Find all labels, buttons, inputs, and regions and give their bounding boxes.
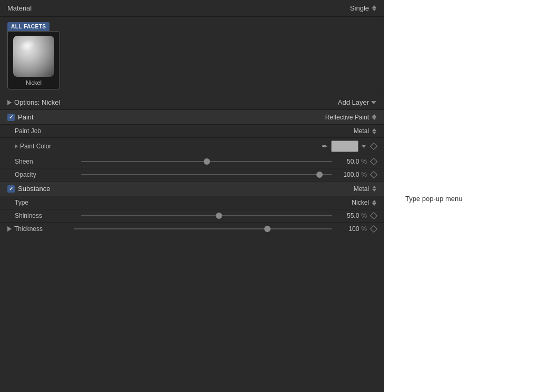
opacity-slider[interactable]	[78, 174, 335, 175]
substance-section-title: Substance	[18, 185, 50, 193]
paint-section-header[interactable]: Paint Reflective Paint	[0, 110, 384, 125]
shininess-slider[interactable]	[78, 215, 335, 216]
mode-up-arrow[interactable]	[372, 5, 376, 8]
thickness-slider[interactable]	[71, 228, 335, 229]
substance-type-down[interactable]	[372, 189, 376, 192]
paint-checkbox[interactable]	[7, 114, 15, 121]
sheen-value: 50.0	[347, 158, 359, 165]
opacity-row: Opacity 100.0 %	[0, 168, 384, 182]
shininess-label: Shininess	[15, 212, 78, 219]
thickness-triangle-icon[interactable]	[7, 226, 12, 232]
opacity-track[interactable]	[81, 174, 332, 175]
paint-color-swatch[interactable]	[331, 140, 358, 152]
material-card[interactable]: Nickel	[7, 31, 60, 89]
material-name: Nickel	[26, 79, 42, 86]
paint-job-up[interactable]	[372, 128, 376, 131]
options-triangle-icon	[7, 100, 12, 105]
paint-section-left: Paint	[7, 113, 34, 121]
annotation-label: Type pop-up menu	[405, 195, 462, 203]
add-layer-chevron-icon	[371, 101, 376, 104]
type-value: Nickel	[352, 199, 369, 206]
paint-type-stepper[interactable]	[372, 114, 376, 120]
substance-type-value: Metal	[354, 185, 369, 193]
thickness-thumb[interactable]	[264, 226, 271, 232]
sheen-thumb[interactable]	[204, 158, 210, 165]
shininess-unit: %	[361, 212, 367, 219]
sheen-value-area: 50.0 %	[340, 158, 376, 165]
thickness-track[interactable]	[74, 228, 332, 229]
paint-job-label: Paint Job	[15, 127, 78, 135]
opacity-value-area: 100.0 %	[340, 171, 376, 178]
material-preview	[13, 36, 54, 77]
type-stepper[interactable]	[372, 200, 376, 206]
type-up[interactable]	[372, 200, 376, 203]
annotation-area: Type pop-up menu	[384, 0, 549, 392]
paint-color-controls: ✒	[322, 140, 376, 152]
thickness-label: Thickness	[14, 225, 43, 233]
options-label: Options: Nickel	[14, 98, 60, 106]
paint-type-up[interactable]	[372, 114, 376, 117]
type-down[interactable]	[372, 203, 376, 206]
add-layer-label: Add Layer	[338, 98, 369, 106]
sheen-unit: %	[361, 158, 367, 165]
shininess-track[interactable]	[81, 215, 332, 216]
sheen-diamond-icon[interactable]	[370, 158, 377, 165]
shininess-value-area: 55.0 %	[340, 212, 376, 219]
paint-color-chevron-icon[interactable]	[362, 145, 366, 148]
facets-area: ALL FACETS Nickel	[0, 17, 384, 95]
options-toggle[interactable]: Options: Nickel	[7, 98, 60, 106]
type-selector[interactable]: Nickel	[352, 199, 376, 206]
opacity-value: 100.0	[343, 171, 359, 178]
panel-header: Material Single	[0, 0, 384, 17]
sheen-slider[interactable]	[78, 161, 335, 162]
substance-section-header[interactable]: Substance Metal	[0, 182, 384, 196]
paint-type-selector[interactable]: Reflective Paint	[325, 114, 376, 121]
opacity-diamond-icon[interactable]	[370, 171, 377, 178]
substance-section-left: Substance	[7, 185, 50, 193]
shininess-diamond-icon[interactable]	[370, 212, 377, 219]
type-label: Type	[15, 199, 78, 206]
paint-job-row: Paint Job Metal	[0, 125, 384, 138]
paint-section-title: Paint	[18, 113, 34, 121]
opacity-thumb[interactable]	[316, 172, 323, 178]
sheen-label: Sheen	[15, 158, 78, 165]
substance-type-stepper[interactable]	[372, 186, 376, 192]
thickness-row: Thickness 100 %	[0, 223, 384, 235]
substance-type-selector[interactable]: Metal	[354, 185, 376, 193]
mode-selector[interactable]: Single	[350, 4, 376, 12]
paint-color-label: Paint Color	[20, 143, 51, 150]
paint-job-stepper[interactable]	[372, 128, 376, 134]
paint-color-diamond-icon[interactable]	[370, 143, 377, 150]
thickness-unit: %	[361, 225, 367, 233]
eyedropper-icon[interactable]: ✒	[322, 142, 328, 150]
thickness-left: Thickness	[7, 225, 71, 233]
paint-job-value: Metal	[354, 127, 369, 135]
substance-type-up[interactable]	[372, 186, 376, 188]
opacity-unit: %	[361, 171, 367, 178]
options-row: Options: Nickel Add Layer	[0, 95, 384, 110]
sheen-track[interactable]	[81, 161, 332, 162]
thickness-value: 100	[348, 225, 359, 233]
shininess-row: Shininess 55.0 %	[0, 209, 384, 223]
sheen-row: Sheen 50.0 %	[0, 155, 384, 168]
material-panel: Material Single ALL FACETS Nickel Option…	[0, 0, 384, 392]
mode-stepper[interactable]	[372, 5, 376, 11]
mode-down-arrow[interactable]	[372, 8, 376, 11]
shininess-thumb[interactable]	[216, 213, 222, 219]
all-facets-tab[interactable]: ALL FACETS	[7, 22, 49, 31]
paint-job-down[interactable]	[372, 132, 376, 134]
paint-color-row: Paint Color ✒	[0, 138, 384, 155]
type-row: Type Nickel	[0, 196, 384, 209]
shininess-value: 55.0	[347, 212, 359, 219]
panel-title: Material	[7, 4, 32, 12]
opacity-label: Opacity	[15, 171, 78, 178]
mode-value: Single	[350, 4, 369, 12]
paint-job-selector[interactable]: Metal	[354, 127, 376, 135]
thickness-diamond-icon[interactable]	[370, 225, 377, 233]
paint-type-value: Reflective Paint	[325, 114, 369, 121]
thickness-value-area: 100 %	[340, 225, 376, 233]
substance-checkbox[interactable]	[7, 185, 15, 193]
paint-type-down[interactable]	[372, 117, 376, 120]
paint-color-triangle-icon	[15, 144, 18, 148]
add-layer-button[interactable]: Add Layer	[338, 98, 376, 106]
